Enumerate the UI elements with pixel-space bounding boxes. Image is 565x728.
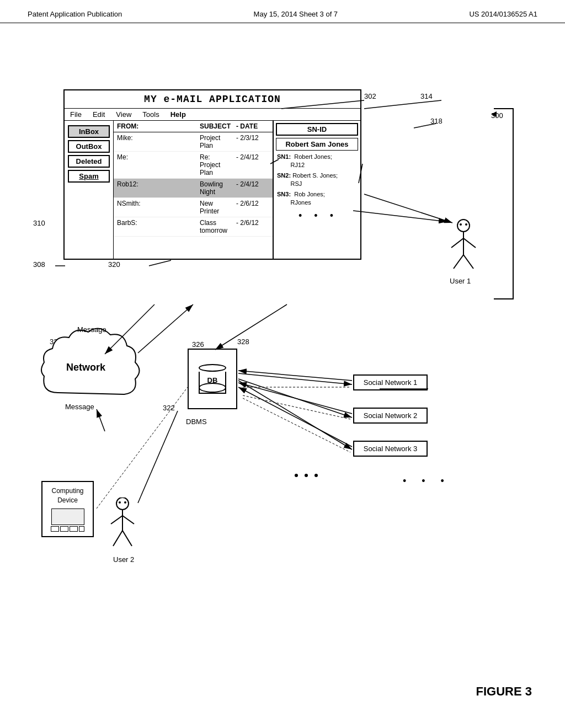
header-right: US 2014/0136525 A1 — [469, 10, 537, 18]
ref-318: 318 — [430, 117, 443, 125]
svg-line-16 — [122, 531, 132, 546]
msg-date-4: - 2/6/12 — [236, 200, 269, 215]
svg-line-7 — [463, 255, 473, 269]
svg-line-4 — [451, 238, 463, 248]
msg-from-2: Me: — [117, 153, 194, 176]
msg-from-5: BarbS: — [117, 219, 194, 234]
email-title-bar: MY e-MAIL APPLICATION — [65, 90, 360, 109]
user1-label: User 1 — [450, 277, 471, 285]
ref-320: 320 — [108, 260, 120, 269]
sn-dots-bottom: • • • — [403, 475, 447, 487]
svg-line-5 — [463, 238, 476, 248]
message-row[interactable]: BarbS: Class tomorrow - 2/6/12 — [114, 217, 273, 237]
svg-point-10 — [119, 501, 121, 504]
svg-point-2 — [465, 223, 467, 226]
menu-edit[interactable]: Edit — [93, 110, 105, 119]
svg-line-28 — [138, 304, 193, 353]
msg-subject-2: Re: Project Plan — [200, 153, 231, 176]
svg-line-30 — [353, 211, 447, 222]
social-network-1-box: Social Network 1 — [353, 374, 428, 390]
svg-line-39 — [364, 100, 441, 109]
network-cloud: Network — [36, 321, 141, 411]
svg-line-14 — [122, 516, 134, 524]
header-left: Patent Application Publication — [28, 10, 122, 18]
sn-entry-2: SN2: Robert S. Jones; RSJ — [277, 172, 357, 189]
db-body: DB — [199, 372, 226, 394]
folder-deleted[interactable]: Deleted — [68, 155, 110, 168]
diagram-area: 302 304 306 314 318 316 312 310 320 308 … — [0, 23, 565, 718]
message-row[interactable]: Mike: Project Plan - 2/3/12 — [114, 132, 273, 152]
svg-line-33 — [243, 398, 350, 452]
msg-date-2: - 2/4/12 — [236, 153, 269, 176]
col-from: FROM: — [117, 122, 194, 130]
folder-outbox[interactable]: OutBox — [68, 140, 110, 153]
folder-panel: InBox OutBox Deleted Spam — [65, 121, 114, 259]
svg-point-9 — [116, 497, 129, 510]
sn-entry-1: SN1: Robert Jones; RJ12 — [277, 153, 357, 170]
figure-label: FIGURE 3 — [476, 684, 532, 699]
menu-view[interactable]: View — [116, 110, 131, 119]
db-label: DB — [207, 376, 218, 384]
email-menu-bar: File Edit View Tools Help — [65, 109, 360, 121]
sn-id-label: SN-ID — [276, 123, 358, 136]
patent-header: Patent Application Publication May 15, 2… — [0, 0, 565, 23]
sn-user-name: Robert Sam Jones — [276, 138, 358, 151]
user2-label: User 2 — [113, 555, 134, 564]
social-network-3-box: Social Network 3 — [353, 441, 428, 457]
svg-line-27 — [238, 387, 352, 447]
svg-line-25 — [238, 371, 352, 381]
ref-322: 322 — [163, 404, 175, 412]
svg-point-36 — [305, 474, 308, 477]
ref-302: 302 — [364, 92, 376, 100]
svg-line-13 — [111, 516, 122, 524]
ref-328: 328 — [237, 338, 249, 346]
svg-line-43 — [149, 260, 171, 266]
message-row[interactable]: NSmith: New Printer - 2/6/12 — [114, 198, 273, 217]
computing-device-box: ComputingDevice — [41, 481, 94, 537]
message-row[interactable]: Me: Re: Project Plan - 2/4/12 — [114, 152, 273, 179]
folder-spam[interactable]: Spam — [68, 170, 110, 183]
message-row-highlighted[interactable]: Rob12: Bowling Night - 2/4/12 — [114, 179, 273, 198]
dbms-label: DBMS — [186, 417, 207, 426]
email-application-window: MY e-MAIL APPLICATION File Edit View Too… — [63, 89, 361, 260]
message-label-2: Message — [65, 403, 94, 411]
msg-subject-4: New Printer — [200, 200, 231, 215]
svg-line-26 — [238, 383, 352, 414]
msg-date-5: - 2/6/12 — [236, 219, 269, 234]
ref-310: 310 — [33, 219, 45, 227]
social-network-2-box: Social Network 2 — [353, 408, 428, 424]
menu-file[interactable]: File — [70, 110, 82, 119]
computing-device-label: ComputingDevice — [51, 487, 83, 504]
ref-326: 326 — [192, 340, 204, 349]
db-top — [199, 364, 226, 372]
msg-subject-5: Class tomorrow — [200, 219, 231, 234]
menu-tools[interactable]: Tools — [142, 110, 159, 119]
menu-help[interactable]: Help — [170, 110, 186, 119]
header-center: May 15, 2014 Sheet 3 of 7 — [254, 10, 338, 18]
svg-point-11 — [124, 501, 126, 504]
msg-subject-3: Bowling Night — [200, 180, 231, 196]
message-list: FROM: SUBJECT - DATE Mike: Project Plan … — [114, 121, 273, 259]
svg-line-24 — [238, 381, 352, 449]
folder-inbox[interactable]: InBox — [68, 125, 110, 138]
social-network-2-label: Social Network 2 — [364, 411, 418, 420]
msg-from-4: NSmith: — [117, 200, 194, 215]
sn-entry-3: SN3: Rob Jones; RJones — [277, 190, 357, 207]
svg-point-37 — [315, 474, 318, 477]
svg-line-22 — [238, 373, 352, 384]
svg-line-15 — [113, 531, 122, 546]
email-body: InBox OutBox Deleted Spam FROM: SUBJECT … — [65, 121, 360, 259]
msg-subject-1: Project Plan — [200, 134, 231, 149]
db-cylinder: DB — [199, 364, 226, 394]
message-label-1: Message — [77, 325, 106, 334]
svg-text:Network: Network — [66, 362, 106, 373]
msg-from-1: Mike: — [117, 134, 194, 149]
svg-point-1 — [460, 223, 462, 226]
svg-line-23 — [238, 379, 352, 417]
sn-dots: • • • — [274, 210, 360, 222]
ref-308: 308 — [33, 260, 45, 269]
svg-line-6 — [454, 255, 463, 269]
svg-line-29 — [97, 409, 105, 431]
msg-date-3: - 2/4/12 — [236, 180, 269, 196]
ref-300: 300 — [491, 111, 503, 120]
